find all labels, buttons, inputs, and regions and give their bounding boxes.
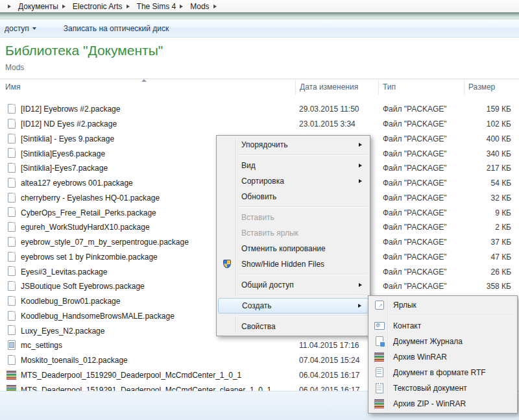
file-type: Файл "PACKAGE" [383,267,446,277]
file-type: Файл "PACKAGE" [383,149,446,158]
package-file-icon [6,134,17,144]
breadcrumb-item-mods[interactable]: Mods [189,2,210,11]
submenu-item[interactable]: Контакт [370,318,516,334]
submenu-item[interactable]: Текстовый документ [370,380,516,396]
share-button[interactable]: доступ [0,21,41,36]
journal-document-icon [374,336,385,347]
chevron-right-icon[interactable] [213,5,219,8]
menu-item-label: Вставить [241,213,274,222]
context-menu-item[interactable]: Отменить копирование [218,241,368,256]
file-row[interactable]: [ID12] ND Eyes #2.package 23.01.2015 3:3… [0,117,519,132]
file-size: 358 КБ [456,282,511,291]
file-name: [ID12] ND Eyes #2.package [21,119,117,129]
package-file-icon [6,178,17,188]
file-size: 9 КБ [456,208,511,217]
package-file-icon [6,104,17,114]
file-size: 26 КБ [456,267,511,277]
context-menu-item[interactable]: Общий доступ [218,277,368,293]
file-date-modified: 07.04.2015 15:24 [299,356,359,365]
package-file-icon [6,237,17,247]
window-chrome-band [0,12,519,19]
file-size: 159 КБ [456,105,511,114]
file-type: Файл "PACKAGE" [383,253,446,262]
file-type: Файл "PACKAGE" [383,193,446,203]
chevron-right-icon[interactable] [62,5,67,8]
package-file-icon [6,281,17,291]
file-name: MTS_Deaderpool_1519290_Deaderpool_McCmdC… [21,371,241,380]
package-file-icon [6,252,17,262]
breadcrumb-item-electronic-arts[interactable]: Electronic Arts [71,2,124,11]
menu-item-label: Документ Журнала [393,337,463,346]
submenu-item[interactable]: Документ в формате RTF [370,365,516,380]
package-file-icon [6,163,17,173]
menu-item-label: Вставить ярлык [241,229,298,238]
file-name: altea127 eyebrows 001.package [21,179,133,188]
file-size: 2 КБ [456,223,511,232]
file-name: Eyes#3_Levitas.package [21,267,107,277]
submenu-arrow-icon [359,164,364,167]
chevron-right-icon[interactable] [127,5,132,8]
file-name: Moskito_toenails_012.package [21,356,128,365]
context-menu-item[interactable]: Сортировка [218,173,368,189]
context-menu-item[interactable]: Обновить [218,189,368,204]
settings-file-icon [6,340,17,351]
file-name: cherryberry - Eyelashes HQ-01.package [21,193,160,203]
file-name: eyebrow_style_07_m_by_serpentrogue.packa… [21,238,189,247]
column-divider[interactable] [464,80,465,95]
create-submenu: Ярлык Контакт Документ Журнала Архив Win… [368,295,518,414]
share-button-label: доступ [5,24,29,33]
column-header-date[interactable]: Дата изменения [300,82,358,92]
package-file-icon [6,296,17,306]
chevron-right-icon[interactable] [8,5,13,8]
file-size: 54 КБ [456,179,511,188]
rtf-document-icon [374,367,385,378]
menu-item-label: Архив WinRAR [393,352,447,362]
menu-item-label: Архив ZIP - WinRAR [393,399,466,408]
column-header-type[interactable]: Тип [383,82,396,92]
menu-separator [238,206,368,208]
package-file-icon [6,148,17,158]
submenu-arrow-icon [359,283,364,287]
menu-item-label: Ярлык [393,301,416,310]
context-menu: Упорядочить Вид Сортировка Обновить Вста… [216,135,370,336]
column-header-size[interactable]: Размер [468,82,495,92]
context-menu-item[interactable]: Создать [218,298,368,314]
uac-shield-icon [223,259,233,269]
package-file-icon [6,119,17,129]
column-header-name[interactable]: Имя [5,82,20,92]
menu-item-label: Создать [242,301,272,310]
burn-to-disc-button[interactable]: Записать на оптический диск [59,21,174,36]
context-menu-item[interactable]: Вид [218,158,368,173]
file-size: 400 КБ [456,134,511,143]
file-date-modified: 23.01.2015 3:34 [299,119,356,129]
file-name: JSBoutique Soft Eyebrows.package [21,282,145,291]
winrar-icon [374,352,385,362]
column-divider[interactable] [378,80,379,95]
breadcrumb-item-the-sims-4[interactable]: The Sims 4 [136,2,178,11]
submenu-item[interactable]: Ярлык [370,297,516,313]
menu-item-label: Текстовый документ [393,384,467,393]
menu-separator [390,315,515,316]
submenu-arrow-icon [359,143,364,147]
submenu-item[interactable]: Архив WinRAR [370,349,516,365]
file-row[interactable]: [ID12] Eyebrows #2.package 29.03.2015 11… [0,102,519,117]
column-divider[interactable] [295,80,296,95]
menu-separator [238,274,368,275]
file-type: Файл "PACKAGE" [383,119,446,129]
submenu-item[interactable]: Архив ZIP - WinRAR [370,396,516,412]
context-menu-item[interactable]: Show/Hide Hidden Files [218,256,368,272]
file-type: Файл "PACKAGE" [383,179,446,188]
chevron-right-icon[interactable] [180,5,185,8]
command-toolbar: доступ Записать на оптический диск [0,19,519,38]
file-name: mc_settings [21,341,62,350]
package-file-icon [6,325,17,336]
context-menu-item[interactable]: Свойства [218,319,368,334]
menu-item-label: Контакт [393,321,421,330]
file-size: 37 КБ [456,238,511,247]
breadcrumb-item-documents[interactable]: Документы [17,2,60,11]
file-date-modified: 06.04.2015 16:17 [299,371,359,380]
file-name: Koodlebug_HandsomeBrowsMALE.package [21,312,175,321]
file-type: Файл "PACKAGE" [383,105,446,114]
context-menu-item[interactable]: Упорядочить [218,137,368,153]
submenu-item[interactable]: Документ Журнала [370,334,516,349]
